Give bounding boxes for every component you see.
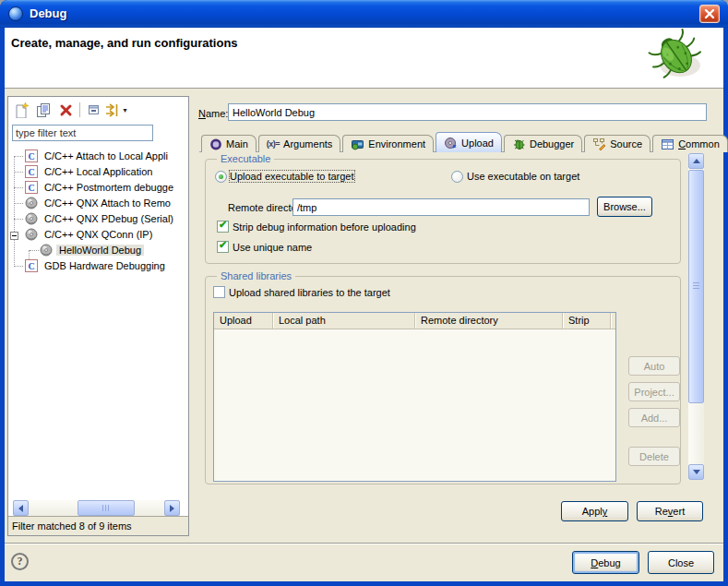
tab-label: Common [678,138,720,149]
upload-shared-libraries-checkbox[interactable] [213,286,225,298]
column-header-local-path[interactable]: Local path [273,313,415,329]
c-app-icon: C [25,259,38,272]
tab-label: Upload [461,138,494,149]
add-button[interactable]: Add... [628,408,680,427]
tree-item-label[interactable]: C/C++ QNX PDebug (Serial) [42,213,176,224]
tree-toolbar: ▾ [10,99,127,121]
tree-item-c-c-qnx-pdebug-serial[interactable]: C/C++ QNX PDebug (Serial) [8,211,188,227]
remote-directory-input[interactable] [292,198,590,216]
dropdown-caret-icon: ▾ [123,106,126,114]
strip-debug-checkbox-label[interactable]: Strip debug information before uploading [233,221,416,233]
filter-menu-button[interactable]: ▾ [105,100,127,120]
tree-item-c-c-postmortem-debugge[interactable]: CC/C++ Postmortem debugge [8,180,188,196]
close-button[interactable]: Close [648,551,714,574]
table-header-row: UploadLocal pathRemote directoryStrip [214,313,615,329]
hscroll-thumb[interactable] [78,500,135,516]
revert-button[interactable]: Revert [637,501,703,521]
delete-button[interactable]: Delete [628,447,680,466]
vertical-scrollbar[interactable] [688,153,704,480]
vscroll-thumb[interactable] [688,170,704,403]
upload-executable-radio-label[interactable]: Upload executable to target [230,171,354,182]
svg-text:C: C [28,151,34,161]
shared-libraries-group: Shared libraries Upload shared libraries… [205,276,681,484]
tab-debugger[interactable]: Debugger [504,135,582,152]
tab-main[interactable]: Main [201,135,257,152]
filter-status-text: Filter matched 8 of 9 items [12,520,132,532]
svg-text:C: C [28,261,34,271]
window-title: Debug [30,6,66,20]
collapse-expander-icon[interactable] [10,231,18,242]
upload-icon [444,137,458,149]
dialog-body: Create, manage, and run configurations [5,28,723,581]
tab-label: Main [226,138,248,149]
config-name-input[interactable] [228,103,707,121]
tab-arguments[interactable]: (x)=Arguments [258,135,340,152]
debug-dialog-icon [8,6,23,21]
filter-input[interactable] [12,125,153,141]
upload-executable-radio[interactable] [215,171,227,183]
tree-item-label[interactable]: C/C++ Attach to Local Appli [42,150,171,161]
scroll-down-button[interactable] [688,464,704,480]
tree-connector [14,203,23,204]
browse-button[interactable]: Browse... [597,197,652,217]
down-arrow-icon [693,470,700,474]
executable-group-label: Executable [217,153,274,164]
scroll-right-button[interactable] [164,500,180,516]
auto-button[interactable]: Auto [628,356,680,376]
scroll-left-button[interactable] [13,500,29,516]
new-icon [14,102,30,118]
tree-item-label[interactable]: C/C++ Local Application [42,166,155,177]
tree-item-label[interactable]: C/C++ QNX QConn (IP) [42,229,155,240]
tree-item-c-c-qnx-attach-to-remo[interactable]: C/C++ QNX Attach to Remo [8,196,188,211]
project-button[interactable]: Project... [628,382,680,401]
use-unique-name-checkbox[interactable] [217,241,229,253]
right-arrow-icon [170,505,174,512]
horizontal-scrollbar[interactable] [13,500,180,516]
titlebar[interactable]: Debug [0,0,728,28]
tree-item-c-c-qnx-qconn-ip[interactable]: C/C++ QNX QConn (IP) [8,227,188,243]
tab-source[interactable]: Source [584,135,650,152]
column-header-upload[interactable]: Upload [214,313,273,329]
close-window-button[interactable] [699,5,720,23]
apply-button[interactable]: Apply [561,501,628,521]
help-button[interactable]: ? [11,553,29,570]
duplicate-config-button[interactable] [32,100,54,120]
tree-item-label[interactable]: C/C++ Postmortem debugge [42,182,176,193]
main-area: ▾ CC/C++ Attach to Local AppliCC/C++ Loc… [5,90,723,543]
c-app-icon: C [25,165,38,178]
upload-shared-libraries-checkbox-label[interactable]: Upload shared libraries to the target [229,287,390,298]
delete-config-button[interactable] [54,100,77,120]
tree-item-c-c-attach-to-local-appli[interactable]: CC/C++ Attach to Local Appli [8,149,188,164]
tab-label: Arguments [283,138,332,149]
use-unique-name-checkbox-label[interactable]: Use unique name [233,242,312,253]
tree-connector [30,250,39,251]
scroll-grip [693,282,699,291]
tab-common[interactable]: Common [652,135,728,152]
column-header-strip[interactable]: Strip [563,313,611,329]
tree-item-label[interactable]: GDB Hardware Debugging [42,260,168,271]
tab-upload[interactable]: Upload [436,132,502,152]
tab-environment[interactable]: Environment [342,135,434,152]
column-header-remote-directory[interactable]: Remote directory [415,313,563,329]
source-icon [592,138,606,150]
tree-item-label[interactable]: HelloWorld Debug [56,245,144,256]
tree-connector [14,156,23,157]
debug-dialog-window: Debug Create, manage, and run configurat… [0,0,728,586]
tree-item-gdb-hardware-debugging[interactable]: CGDB Hardware Debugging [8,258,188,274]
shared-libraries-table[interactable]: UploadLocal pathRemote directoryStrip [213,312,616,482]
shared-libraries-group-label: Shared libraries [217,270,295,281]
tab-bar: Main(x)=ArgumentsEnvironmentUploadDebugg… [199,132,710,152]
new-launch-config-button[interactable] [10,100,32,120]
tree-item-label[interactable]: C/C++ QNX Attach to Remo [42,197,173,209]
use-executable-radio-label[interactable]: Use executable on target [467,171,579,182]
delete-icon [58,102,74,118]
use-executable-radio[interactable] [451,171,463,183]
collapse-all-button[interactable] [83,100,105,120]
tree-item-helloworld-debug[interactable]: HelloWorld Debug [8,243,188,258]
tree-connector [14,266,23,267]
strip-debug-checkbox[interactable] [217,221,229,233]
filter-icon [105,102,122,118]
tree-item-c-c-local-application[interactable]: CC/C++ Local Application [8,164,188,180]
debug-button[interactable]: Debug [572,551,639,574]
scroll-up-button[interactable] [688,153,704,169]
